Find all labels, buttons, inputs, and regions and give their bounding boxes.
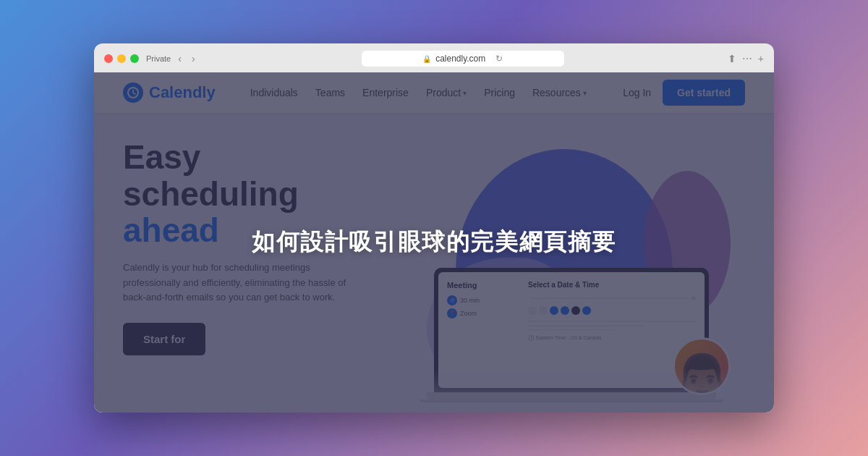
browser-controls: Private ‹ › — [146, 51, 198, 66]
url-text: calendly.com — [435, 54, 485, 64]
private-label: Private — [146, 54, 171, 63]
overlay-banner: 如何設計吸引眼球的完美網頁摘要 — [94, 72, 774, 413]
website-content: Calendly Individuals Teams Enterprise Pr… — [94, 72, 774, 413]
minimize-button[interactable] — [117, 54, 126, 63]
address-bar[interactable]: 🔒 calendly.com ↻ — [362, 51, 564, 67]
maximize-button[interactable] — [130, 54, 139, 63]
reload-icon[interactable]: ↻ — [495, 54, 503, 64]
browser-chrome: Private ‹ › 🔒 calendly.com ↻ ⬆ ⋯ + — [94, 43, 774, 72]
close-button[interactable] — [104, 54, 113, 63]
browser-actions: ⬆ ⋯ + — [728, 53, 764, 64]
browser-window: Private ‹ › 🔒 calendly.com ↻ ⬆ ⋯ + — [94, 43, 774, 413]
overlay-text: 如何設計吸引眼球的完美網頁摘要 — [252, 227, 616, 258]
forward-button[interactable]: › — [189, 51, 198, 66]
add-tab-icon[interactable]: + — [758, 53, 764, 64]
share-icon[interactable]: ⬆ — [728, 53, 736, 64]
menu-icon[interactable]: ⋯ — [742, 53, 752, 64]
traffic-lights — [104, 54, 139, 63]
lock-icon: 🔒 — [422, 55, 431, 63]
back-button[interactable]: ‹ — [175, 51, 184, 66]
